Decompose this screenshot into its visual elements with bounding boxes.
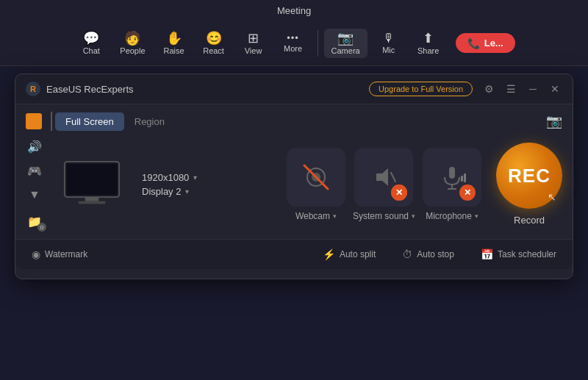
camera-icon: 📷 xyxy=(337,32,354,45)
raise-icon: ✋ xyxy=(166,32,182,45)
toolbar-raise[interactable]: ✋ Raise xyxy=(156,29,193,58)
dropdown-sidebar-icon[interactable]: ▼ xyxy=(26,188,43,201)
webcam-label: Webcam ▾ xyxy=(295,211,337,221)
display-value: Display 2 xyxy=(142,186,181,197)
svg-rect-2 xyxy=(85,197,99,201)
svg-marker-7 xyxy=(376,168,388,186)
webcam-icon-circle xyxy=(287,148,345,207)
display-info: 1920x1080 ▾ Display 2 ▾ xyxy=(142,172,197,197)
svg-line-8 xyxy=(391,173,395,182)
color-square xyxy=(26,113,42,129)
app-logo: R xyxy=(26,82,40,96)
chat-label: Chat xyxy=(83,46,100,55)
rec-text: REC xyxy=(508,165,551,187)
app-name: EaseUS RecExperts xyxy=(46,84,369,95)
auto-split-button[interactable]: ⚡ Auto split xyxy=(317,245,381,263)
toolbar-chat[interactable]: 💬 Chat xyxy=(73,29,110,58)
toolbar-people[interactable]: 🧑 People xyxy=(112,29,152,58)
svg-rect-12 xyxy=(461,176,463,182)
close-icon[interactable]: ✕ xyxy=(548,83,562,95)
camera-label: Camera xyxy=(331,46,360,55)
microphone-disabled: ✕ xyxy=(459,184,476,201)
task-scheduler-icon: 📅 xyxy=(481,248,493,260)
svg-rect-3 xyxy=(78,201,105,204)
system-sound-label: System sound ▾ xyxy=(353,211,415,221)
rec-button-container: REC ↖ Record xyxy=(496,143,562,226)
webcam-svg xyxy=(301,162,331,192)
task-scheduler-button[interactable]: 📅 Task scheduler xyxy=(475,245,562,263)
system-sound-dropdown-arrow: ▾ xyxy=(412,212,415,220)
meeting-title-bar: Meeting xyxy=(0,0,588,21)
svg-rect-13 xyxy=(464,173,466,182)
microphone-label: Microphone ▾ xyxy=(426,211,478,221)
tab-fullscreen[interactable]: Full Screen xyxy=(55,112,124,131)
leave-button[interactable]: 📞 Le... xyxy=(456,33,515,53)
display-selector[interactable]: Display 2 ▾ xyxy=(142,186,197,197)
auto-split-label: Auto split xyxy=(340,249,376,259)
react-icon: 😊 xyxy=(206,32,222,45)
minimize-icon[interactable]: ─ xyxy=(526,83,540,95)
gamepad-sidebar-icon[interactable]: 🎮 xyxy=(26,164,43,178)
controls-row: 🔊 🎮 ▼ 📁 1920x1080 xyxy=(26,140,562,229)
toolbar-view[interactable]: ⊞ View xyxy=(235,29,272,58)
system-sound-disabled: ✕ xyxy=(391,184,407,201)
record-label: Record xyxy=(514,215,545,226)
phone-icon: 📞 xyxy=(467,38,480,49)
toolbar: 💬 Chat 🧑 People ✋ Raise 😊 React ⊞ View •… xyxy=(65,21,522,65)
people-label: People xyxy=(120,46,145,55)
rec-button[interactable]: REC ↖ xyxy=(496,143,562,209)
main-content: R EaseUS RecExperts Upgrade to Full Vers… xyxy=(0,66,588,380)
sidebar-icons: 🔊 🎮 ▼ 📁 xyxy=(26,140,43,229)
webcam-dropdown-arrow: ▾ xyxy=(333,212,337,220)
folder-sidebar-icon[interactable]: 📁 xyxy=(26,215,43,229)
tabs-row: Full Screen Region 📷 xyxy=(26,112,562,131)
webcam-label-text: Webcam xyxy=(295,211,330,221)
watermark-button[interactable]: ◉ Watermark xyxy=(26,245,93,263)
system-sound-label-text: System sound xyxy=(353,211,409,221)
tab-region[interactable]: Region xyxy=(124,112,175,131)
webcam-button[interactable]: Webcam ▾ xyxy=(287,148,345,221)
toolbar-camera[interactable]: 📷 Camera xyxy=(324,29,368,58)
monitor-display xyxy=(55,155,129,214)
res-dropdown-arrow: ▾ xyxy=(193,173,197,182)
view-icon: ⊞ xyxy=(248,32,259,45)
auto-stop-icon: ⏱ xyxy=(402,248,412,260)
resolution-value: 1920x1080 xyxy=(142,172,189,183)
window-titlebar: R EaseUS RecExperts Upgrade to Full Vers… xyxy=(15,74,573,104)
mic-icon: 🎙 xyxy=(383,32,395,44)
resolution-selector[interactable]: 1920x1080 ▾ xyxy=(142,172,197,183)
microphone-label-text: Microphone xyxy=(426,211,472,221)
more-icon: ••• xyxy=(287,33,299,43)
auto-stop-button[interactable]: ⏱ Auto stop xyxy=(396,245,460,263)
more-label: More xyxy=(284,44,302,53)
system-sound-button[interactable]: ✕ System sound ▾ xyxy=(353,148,415,221)
window-body: Full Screen Region 📷 🔊 🎮 ▼ 📁 xyxy=(15,104,573,239)
audio-sidebar-icon[interactable]: 🔊 xyxy=(26,140,43,154)
watermark-icon: ◉ xyxy=(32,248,40,260)
people-icon: 🧑 xyxy=(124,32,140,45)
svg-rect-9 xyxy=(449,167,455,179)
rec-cursor: ↖ xyxy=(548,191,556,203)
microphone-icon-circle: ✕ xyxy=(423,148,481,207)
microphone-button[interactable]: ✕ Microphone ▾ xyxy=(423,148,481,221)
meeting-bar: Meeting 💬 Chat 🧑 People ✋ Raise 😊 React … xyxy=(0,0,588,66)
chat-icon: 💬 xyxy=(83,32,99,45)
menu-icon[interactable]: ☰ xyxy=(503,83,518,95)
system-sound-icon-circle: ✕ xyxy=(354,148,413,207)
toolbar-share[interactable]: ⬆ Share xyxy=(410,29,447,58)
toolbar-mic[interactable]: 🎙 Mic xyxy=(370,29,407,57)
upgrade-button[interactable]: Upgrade to Full Version xyxy=(369,82,473,96)
recexperts-window: R EaseUS RecExperts Upgrade to Full Vers… xyxy=(15,74,573,279)
settings-icon[interactable]: ⚙ xyxy=(481,83,496,95)
raise-label: Raise xyxy=(164,46,184,55)
react-label: React xyxy=(203,46,224,55)
screenshot-icon[interactable]: 📷 xyxy=(546,113,562,129)
meeting-title: Meeting xyxy=(277,5,311,16)
auto-split-icon: ⚡ xyxy=(323,248,335,260)
toolbar-react[interactable]: 😊 React xyxy=(196,29,232,58)
display-dropdown-arrow: ▾ xyxy=(185,187,189,196)
toolbar-more[interactable]: ••• More xyxy=(275,30,312,56)
microphone-dropdown-arrow: ▾ xyxy=(475,212,478,220)
window-controls: ⚙ ☰ ─ ✕ xyxy=(481,83,562,95)
leave-label: Le... xyxy=(484,37,503,49)
